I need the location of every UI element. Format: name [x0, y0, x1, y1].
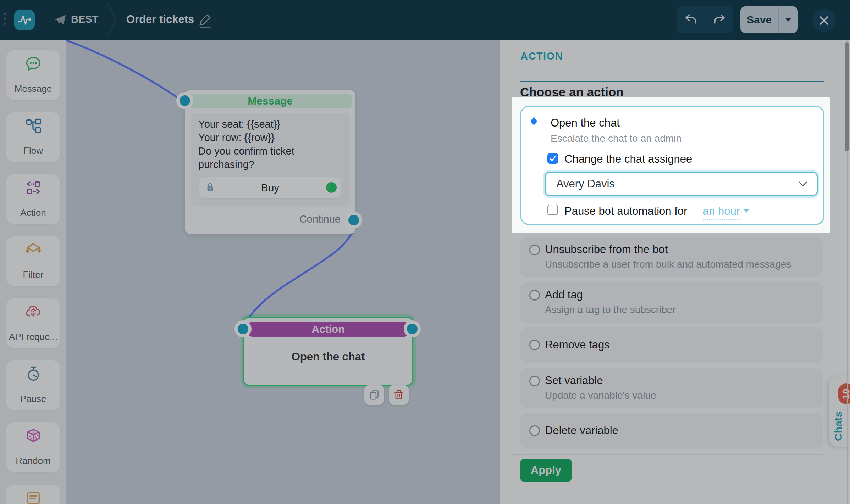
panel-heading: Choose an action [520, 85, 624, 99]
option-open-the-chat[interactable]: Open the chat Escalate the chat to an ad… [520, 106, 824, 225]
apply-button[interactable]: Apply [520, 459, 572, 482]
message-bubble-icon [25, 55, 42, 72]
radio-delete-variable[interactable] [529, 425, 540, 436]
radio-unsubscribe[interactable] [529, 245, 540, 255]
message-node-header: Message [189, 94, 352, 108]
palette-item-label: Pause [6, 393, 60, 404]
option-description: Unsubscribe a user from bulk and automat… [545, 259, 791, 270]
palette-item-random[interactable]: Random [6, 422, 60, 472]
pencil-icon [199, 13, 212, 29]
palette-item-api-request[interactable]: API reque... [6, 298, 60, 348]
palette-item-filter[interactable]: Filter [6, 236, 60, 286]
save-button-group: Save [740, 6, 798, 33]
close-button[interactable] [813, 9, 835, 32]
option-add-tag[interactable]: Add tag Assign a tag to the subscriber [520, 282, 823, 323]
chevron-down-icon [785, 18, 791, 22]
option-label: Set variable [545, 374, 603, 387]
note-icon [25, 489, 42, 504]
option-unsubscribe[interactable]: Unsubscribe from the bot Unsubscribe a u… [520, 237, 823, 277]
random-dice-icon [25, 427, 42, 444]
save-options-button[interactable] [779, 6, 798, 33]
save-button[interactable]: Save [740, 14, 778, 26]
api-request-icon [25, 303, 42, 320]
palette-item-action[interactable]: Action [6, 174, 60, 224]
action-node-header: Action [248, 322, 408, 337]
redo-icon [713, 14, 726, 26]
panel-section-label: ACTION [520, 50, 563, 62]
option-label: Delete variable [545, 424, 618, 437]
option-label: Unsubscribe from the bot [545, 243, 668, 256]
undo-icon [684, 14, 697, 26]
option-description: Assign a tag to the subscriber [545, 304, 676, 315]
quick-reply-label: Buy [199, 177, 341, 198]
option-description: Escalate the chat to an admin [551, 133, 681, 144]
palette-item-label: Random [6, 455, 60, 466]
flow-icon [25, 117, 42, 134]
option-delete-variable[interactable]: Delete variable [520, 413, 823, 449]
top-bar: BEST Order tickets Save [0, 0, 850, 40]
pause-duration-dropdown[interactable]: an hour [703, 205, 749, 218]
checkbox-label: Pause bot automation for [564, 205, 687, 218]
continue-output-connector[interactable] [348, 215, 359, 225]
scrollbar-thumb[interactable] [845, 42, 849, 151]
palette-item-message[interactable]: Message [6, 50, 60, 100]
action-input-connector[interactable] [238, 324, 248, 334]
palette-item-pause[interactable]: Pause [6, 360, 60, 410]
edit-title-button[interactable] [199, 13, 213, 29]
option-set-variable[interactable]: Set variable Update a variable's value [520, 368, 823, 408]
checkbox-change-assignee[interactable] [547, 153, 558, 164]
chats-tab-label: Chats [832, 408, 849, 444]
message-node-body: Your seat: {{seat}} Your row: {{row}} Do… [191, 113, 350, 206]
block-palette: Message Flow Action [0, 40, 66, 504]
pause-timer-icon [25, 365, 42, 382]
undo-redo-group [677, 6, 733, 33]
assignee-select-value: Avery Davis [556, 178, 798, 190]
option-description: Update a variable's value [545, 390, 656, 401]
breadcrumb-separator [106, 1, 118, 40]
redo-button[interactable] [705, 6, 733, 33]
option-label: Add tag [545, 289, 583, 301]
filter-icon [25, 241, 42, 258]
option-remove-tags[interactable]: Remove tags [520, 327, 823, 363]
delete-node-button[interactable] [389, 385, 409, 405]
section-divider [520, 81, 824, 82]
action-output-connector[interactable] [407, 324, 418, 334]
breadcrumb-bot-name[interactable]: BEST [71, 13, 98, 25]
action-node-selected[interactable]: Action Open the chat [243, 317, 413, 386]
palette-item-label: Filter [6, 269, 60, 280]
flow-canvas[interactable]: Message Your seat: {{seat}} Your row: {{… [66, 40, 500, 504]
action-settings-panel: ACTION Choose an action Open the chat Es… [500, 40, 850, 504]
pause-duration-value[interactable]: an hour [703, 205, 740, 220]
pulse-icon [17, 12, 32, 28]
telegram-icon [53, 13, 67, 27]
app-logo[interactable] [14, 10, 35, 30]
message-node[interactable]: Message Your seat: {{seat}} Your row: {{… [185, 90, 355, 234]
radio-open-the-chat[interactable] [533, 117, 535, 125]
palette-item-flow[interactable]: Flow [6, 112, 60, 162]
flow-title: Order tickets [126, 13, 194, 26]
quick-reply-button[interactable]: Buy [199, 177, 341, 198]
duplicate-node-button[interactable] [364, 385, 384, 405]
option-label: Remove tags [545, 338, 610, 351]
undo-button[interactable] [677, 6, 705, 33]
chats-unread-badge: 10 [838, 383, 850, 404]
palette-item-label: Flow [6, 145, 60, 156]
caret-down-icon [744, 209, 749, 213]
chevron-down-icon [798, 181, 807, 187]
message-text: Your seat: {{seat}} Your row: {{row}} Do… [198, 117, 342, 171]
radio-set-variable[interactable] [529, 376, 540, 386]
palette-item-partial[interactable] [6, 485, 60, 504]
copy-icon [368, 388, 381, 401]
input-connector[interactable] [180, 95, 190, 106]
drag-handle-icon[interactable] [4, 13, 6, 25]
palette-item-label: Action [6, 207, 60, 218]
trash-icon [392, 388, 405, 401]
check-icon [549, 155, 557, 162]
radio-remove-tags[interactable] [529, 340, 540, 350]
connection-wire-in[interactable] [66, 40, 180, 100]
assignee-select[interactable]: Avery Davis [545, 172, 818, 196]
palette-item-label: API reque... [6, 331, 60, 342]
checkbox-pause-automation[interactable] [547, 205, 558, 215]
buy-output-connector[interactable] [326, 182, 337, 193]
radio-add-tag[interactable] [529, 290, 540, 301]
